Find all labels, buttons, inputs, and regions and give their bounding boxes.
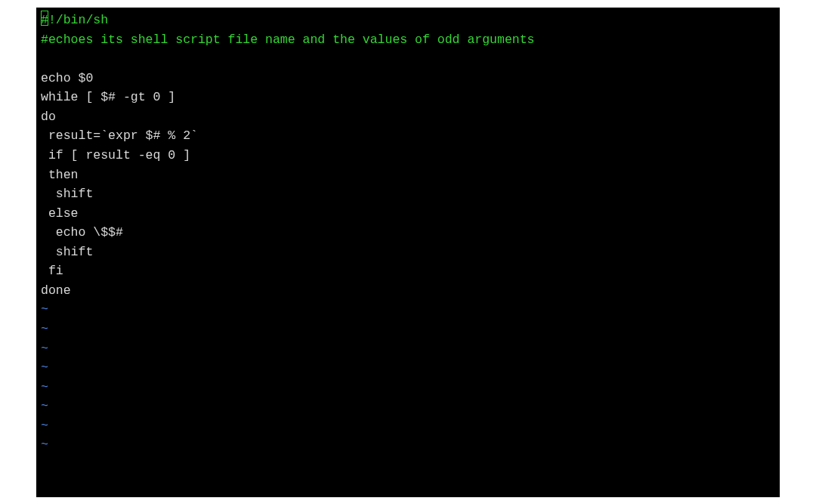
editor-line: ~ <box>41 358 775 378</box>
editor-line: else <box>41 204 775 224</box>
code-text: else <box>41 206 79 221</box>
editor-line: echo \$$# <box>41 223 775 243</box>
code-text: shift <box>41 187 93 201</box>
editor-line: do <box>41 107 775 127</box>
editor-line: echo $0 <box>41 69 775 88</box>
code-text: ~ <box>41 419 48 433</box>
code-text: !/bin/sh <box>48 13 108 27</box>
editor-line: result=`expr $# % 2` <box>41 126 775 146</box>
editor-line: ~ <box>41 320 775 339</box>
code-text: done <box>41 283 71 298</box>
editor-line: ~ <box>41 416 775 436</box>
editor-line: ~ <box>41 378 775 397</box>
editor-line: if [ result -eq 0 ] <box>41 146 775 165</box>
editor-line: ~ <box>41 397 775 416</box>
editor-line: then <box>41 165 775 185</box>
code-text: ~ <box>41 342 48 356</box>
terminal-editor[interactable]: #!/bin/sh#echoes its shell script file n… <box>36 8 780 497</box>
code-text: while [ $# -gt 0 ] <box>41 90 175 104</box>
code-text: if [ result -eq 0 ] <box>41 148 190 162</box>
code-text: ~ <box>41 399 48 413</box>
code-text: fi <box>41 264 63 278</box>
editor-line <box>41 49 775 69</box>
code-text: ~ <box>41 380 48 394</box>
editor-line: shift <box>41 184 775 204</box>
code-text: echo \$$# <box>41 225 123 240</box>
code-text: result=`expr $# % 2` <box>41 128 198 143</box>
editor-line: fi <box>41 261 775 281</box>
cursor-position: # <box>41 11 48 30</box>
code-text: ~ <box>41 302 48 317</box>
code-text: ~ <box>41 438 48 452</box>
editor-line: #echoes its shell script file name and t… <box>41 30 775 50</box>
editor-line: ~ <box>41 300 775 320</box>
code-text: echo $0 <box>41 71 93 85</box>
editor-line: ~ <box>41 435 775 455</box>
code-text: then <box>41 168 79 182</box>
code-text: shift <box>41 245 93 259</box>
editor-line: shift <box>41 243 775 262</box>
code-text: ~ <box>41 322 48 336</box>
code-text: do <box>41 110 56 124</box>
code-text: #echoes its shell script file name and t… <box>41 32 535 47</box>
code-text: # <box>41 13 48 27</box>
editor-line: done <box>41 281 775 301</box>
editor-line: ~ <box>41 339 775 359</box>
editor-line: #!/bin/sh <box>41 11 775 30</box>
code-text: ~ <box>41 360 48 375</box>
editor-line: while [ $# -gt 0 ] <box>41 88 775 107</box>
